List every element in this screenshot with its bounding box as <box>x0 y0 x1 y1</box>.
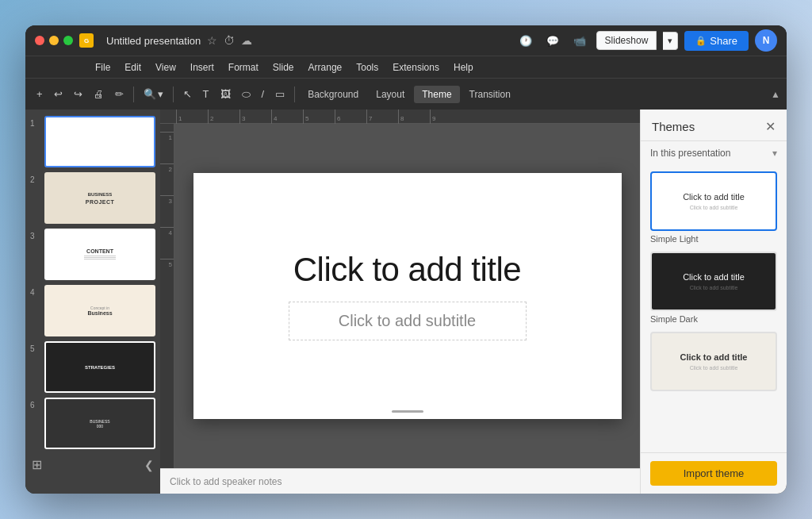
minimize-button[interactable] <box>49 36 59 45</box>
slide-item-2[interactable]: 2 BUSINESS PROJECT <box>30 172 155 224</box>
menu-file[interactable]: File <box>89 60 117 75</box>
title-placeholder[interactable]: Click to add title <box>293 252 521 288</box>
cursor-tool[interactable]: ↖ <box>178 85 197 103</box>
menu-format[interactable]: Format <box>222 60 265 75</box>
speaker-notes-text[interactable]: Click to add speaker notes <box>170 476 282 487</box>
themes-section[interactable]: In this presentation ▾ <box>641 141 787 165</box>
canvas-area: 1 2 3 4 5 Click to add title Click to ad… <box>160 124 640 468</box>
slide-item-5[interactable]: 5 STRATEGIES <box>30 341 155 393</box>
avatar[interactable]: N <box>755 29 777 52</box>
themes-header: Themes ✕ <box>641 110 787 141</box>
slideshow-button[interactable]: Slideshow <box>596 31 657 50</box>
themes-panel: Themes ✕ In this presentation ▾ Click to… <box>640 110 787 494</box>
editor-area: 1 2 3 4 5 6 7 8 9 1 2 3 4 5 <box>160 110 640 494</box>
theme-preview-beige[interactable]: Click to add title Click to add subtitle <box>650 332 777 391</box>
slide-item-4[interactable]: 4 Concept in Business <box>30 285 155 336</box>
menubar: File Edit View Insert Format Slide Arran… <box>25 56 787 78</box>
redo-button[interactable]: ↪ <box>69 85 87 103</box>
slide-thumb-2[interactable]: BUSINESS PROJECT <box>44 172 155 224</box>
image-tool[interactable]: 🖼 <box>216 85 236 103</box>
slide-thumb-1[interactable] <box>44 116 155 167</box>
menu-edit[interactable]: Edit <box>118 60 147 75</box>
comments-icon[interactable]: 💬 <box>542 33 563 49</box>
slide3-title: CONTENT <box>84 248 116 254</box>
slide-thumb-5[interactable]: STRATEGIES <box>44 341 155 393</box>
slide-num-2: 2 <box>30 175 40 184</box>
slide-num-4: 4 <box>30 288 40 297</box>
zoom-button[interactable]: 🔍 ▾ <box>139 85 168 103</box>
theme-card-simple-light[interactable]: Click to add title Click to add subtitle… <box>650 171 777 244</box>
maximize-button[interactable] <box>63 36 73 45</box>
grid-view-button[interactable]: ⊞ <box>32 457 42 472</box>
slide-thumb-3[interactable]: CONTENT <box>44 229 155 280</box>
toolbar: + ↩ ↪ 🖨 ✏ 🔍 ▾ ↖ T 🖼 ⬭ / ▭ Background Lay… <box>25 78 787 110</box>
theme-preview-title-dark: Click to add title <box>683 272 745 282</box>
slide-thumb-6[interactable]: BUSINESS000 <box>44 398 155 449</box>
speaker-notes[interactable]: Click to add speaker notes <box>160 468 640 494</box>
ruler-vertical: 1 2 3 4 5 <box>160 124 174 468</box>
themes-footer: Import theme <box>641 452 787 494</box>
paint-format-button[interactable]: ✏ <box>110 85 128 103</box>
import-theme-button[interactable]: Import theme <box>650 461 777 486</box>
shape-tool[interactable]: ⬭ <box>237 85 255 104</box>
present-icon[interactable]: 📹 <box>569 33 590 49</box>
menu-tools[interactable]: Tools <box>350 60 385 75</box>
print-button[interactable]: 🖨 <box>89 85 109 103</box>
theme-name-simple-dark: Simple Dark <box>650 314 777 324</box>
themes-close-button[interactable]: ✕ <box>765 119 776 134</box>
theme-preview-subtitle-light: Click to add subtitle <box>690 205 738 210</box>
clock-icon[interactable]: ⏱ <box>224 34 235 47</box>
line-tool[interactable]: / <box>257 85 270 103</box>
subtitle-area[interactable]: Click to add subtitle <box>289 302 527 340</box>
toolbar-collapse[interactable]: ▲ <box>771 89 780 100</box>
main-area: 1 2 BUSINESS PROJECT <box>25 110 787 494</box>
menu-extensions[interactable]: Extensions <box>386 60 446 75</box>
ruler-horizontal: 1 2 3 4 5 6 7 8 9 <box>160 110 640 124</box>
close-button[interactable] <box>35 36 44 45</box>
theme-card-simple-dark[interactable]: Click to add title Click to add subtitle… <box>650 252 777 324</box>
text-tool[interactable]: T <box>198 85 214 103</box>
tab-layout[interactable]: Layout <box>368 86 412 103</box>
zoom-icon: 🔍 <box>144 88 156 100</box>
slide-item-6[interactable]: 6 BUSINESS000 <box>30 398 155 449</box>
slide-num-5: 5 <box>30 344 40 353</box>
menu-arrange[interactable]: Arrange <box>302 60 349 75</box>
slide2-title: PROJECT <box>86 199 115 205</box>
theme-preview-simple-dark[interactable]: Click to add title Click to add subtitle <box>650 252 777 311</box>
menu-insert[interactable]: Insert <box>184 60 220 75</box>
share-button[interactable]: 🔒 Share <box>684 31 749 51</box>
more-tools[interactable]: ▭ <box>270 85 289 103</box>
tab-transition[interactable]: Transition <box>462 86 519 103</box>
theme-preview-title-light: Click to add title <box>683 192 745 202</box>
app-window: G Untitled presentation ☆ ⏱ ☁ 🕐 💬 📹 Slid… <box>25 25 787 494</box>
slide-item-1[interactable]: 1 <box>30 116 155 167</box>
slide5-text: STRATEGIES <box>85 365 115 370</box>
titlebar-right: 🕐 💬 📹 Slideshow ▾ 🔒 Share N <box>515 29 777 52</box>
undo-button[interactable]: ↩ <box>49 85 67 103</box>
scroll-indicator <box>392 410 423 413</box>
menu-view[interactable]: View <box>149 60 182 75</box>
tab-background[interactable]: Background <box>300 86 366 103</box>
add-button[interactable]: + <box>32 85 48 103</box>
app-icon: G <box>79 33 94 48</box>
slide-num-3: 3 <box>30 232 40 240</box>
slide-item-3[interactable]: 3 CONTENT <box>30 229 155 280</box>
slide-thumb-4[interactable]: Concept in Business <box>44 285 155 336</box>
star-icon[interactable]: ☆ <box>207 34 217 47</box>
slide-panel: 1 2 BUSINESS PROJECT <box>25 110 160 494</box>
panel-collapse-button[interactable]: ❮ <box>144 459 154 471</box>
menu-help[interactable]: Help <box>447 60 480 75</box>
slide-canvas: Click to add title Click to add subtitle <box>193 173 622 419</box>
cloud-icon[interactable]: ☁ <box>241 34 252 47</box>
subtitle-placeholder[interactable]: Click to add subtitle <box>339 312 476 329</box>
history-icon[interactable]: 🕐 <box>515 33 536 49</box>
tab-theme[interactable]: Theme <box>414 86 459 103</box>
divider3 <box>294 86 295 102</box>
menu-slide[interactable]: Slide <box>266 60 301 75</box>
theme-preview-simple-light[interactable]: Click to add title Click to add subtitle <box>650 171 777 231</box>
theme-preview-title-beige: Click to add title <box>680 352 748 362</box>
theme-card-beige[interactable]: Click to add title Click to add subtitle <box>650 332 777 394</box>
slideshow-dropdown[interactable]: ▾ <box>663 32 678 50</box>
slide6-text: BUSINESS000 <box>90 419 109 429</box>
themes-section-label: In this presentation <box>650 148 730 159</box>
